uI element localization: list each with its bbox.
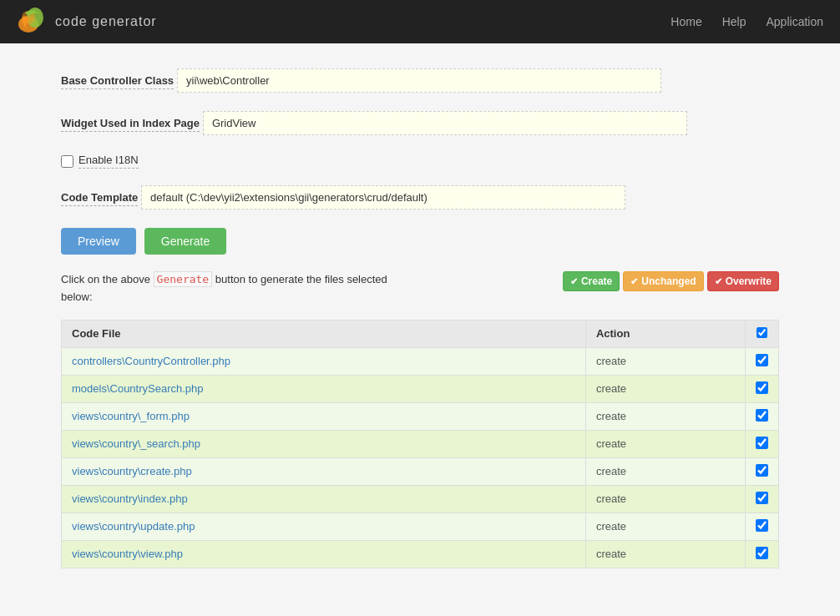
table-row: views\country\index.phpcreate bbox=[62, 485, 779, 512]
row-checkbox[interactable] bbox=[756, 464, 768, 477]
action-cell: create bbox=[585, 347, 745, 375]
generate-info-text: Click on the above Generate button to ge… bbox=[61, 271, 412, 306]
base-controller-label: Base Controller Class bbox=[61, 74, 174, 89]
generate-keyword: Generate bbox=[154, 271, 213, 287]
check-icon: ✔ bbox=[570, 276, 578, 287]
file-link[interactable]: models\CountrySearch.php bbox=[72, 382, 204, 395]
brand: code generator bbox=[17, 6, 157, 38]
file-link[interactable]: views\country\_search.php bbox=[72, 437, 200, 450]
action-cell: create bbox=[585, 402, 745, 430]
nav-links: Home Help Application bbox=[670, 15, 823, 28]
file-link[interactable]: views\country\_form.php bbox=[72, 410, 190, 422]
table-row: views\country\view.phpcreate bbox=[62, 540, 779, 568]
check-icon-overwrite: ✔ bbox=[715, 276, 722, 287]
files-table: Code File Action controllers\CountryCont… bbox=[61, 320, 779, 568]
badge-overwrite: ✔ Overwrite bbox=[707, 271, 779, 291]
yii-logo-icon bbox=[17, 6, 48, 38]
file-cell: views\country\_search.php bbox=[62, 430, 586, 457]
table-row: views\country\_form.phpcreate bbox=[62, 402, 779, 430]
code-template-group: Code Template bbox=[61, 185, 779, 211]
table-row: views\country\create.phpcreate bbox=[62, 457, 779, 485]
checkbox-cell bbox=[746, 430, 779, 457]
table-row: views\country\_search.phpcreate bbox=[62, 430, 779, 457]
base-controller-input[interactable] bbox=[177, 68, 661, 93]
action-cell: create bbox=[585, 430, 745, 457]
action-cell: create bbox=[585, 540, 745, 568]
i18n-group: Enable I18N bbox=[61, 154, 779, 169]
table-row: controllers\CountryController.phpcreate bbox=[62, 347, 779, 375]
legend-badges: ✔ Create ✔ Unchanged ✔ Overwrite bbox=[563, 271, 779, 291]
row-checkbox[interactable] bbox=[756, 409, 768, 422]
row-checkbox[interactable] bbox=[756, 381, 768, 394]
widget-label: Widget Used in Index Page bbox=[61, 117, 200, 132]
file-cell: views\country\create.php bbox=[62, 457, 586, 485]
code-template-input[interactable] bbox=[141, 185, 625, 210]
file-cell: views\country\update.php bbox=[62, 512, 586, 540]
widget-group: Widget Used in Index Page bbox=[61, 111, 779, 137]
i18n-checkbox[interactable] bbox=[61, 155, 73, 168]
nav-home[interactable]: Home bbox=[670, 15, 701, 28]
nav-application[interactable]: Application bbox=[767, 15, 824, 28]
checkbox-cell bbox=[746, 485, 779, 512]
file-link[interactable]: views\country\update.php bbox=[72, 520, 195, 533]
th-action: Action bbox=[585, 320, 745, 347]
brand-text: code generator bbox=[55, 14, 157, 29]
file-cell: views\country\view.php bbox=[62, 540, 586, 568]
checkbox-cell bbox=[746, 512, 779, 540]
checkbox-cell bbox=[746, 540, 779, 568]
file-link[interactable]: views\country\index.php bbox=[72, 492, 188, 505]
badge-overwrite-label: Overwrite bbox=[726, 275, 772, 287]
file-link[interactable]: views\country\create.php bbox=[72, 465, 192, 477]
file-cell: controllers\CountryController.php bbox=[62, 347, 586, 375]
base-controller-group: Base Controller Class bbox=[61, 68, 779, 94]
generate-info-row: Click on the above Generate button to ge… bbox=[61, 271, 779, 306]
action-cell: create bbox=[585, 375, 745, 402]
row-checkbox[interactable] bbox=[756, 547, 768, 559]
table-header-row: Code File Action bbox=[62, 320, 779, 347]
file-cell: models\CountrySearch.php bbox=[62, 375, 586, 402]
checkbox-cell bbox=[746, 347, 779, 375]
file-link[interactable]: controllers\CountryController.php bbox=[72, 355, 230, 367]
nav-help[interactable]: Help bbox=[722, 15, 746, 28]
preview-button[interactable]: Preview bbox=[61, 228, 136, 255]
action-cell: create bbox=[585, 512, 745, 540]
badge-create-label: Create bbox=[581, 275, 612, 287]
code-template-label: Code Template bbox=[61, 191, 138, 206]
row-checkbox[interactable] bbox=[756, 437, 768, 449]
checkbox-cell bbox=[746, 457, 779, 485]
file-link[interactable]: views\country\view.php bbox=[72, 548, 183, 560]
widget-input[interactable] bbox=[203, 111, 687, 135]
badge-unchanged: ✔ Unchanged bbox=[623, 271, 703, 291]
table-row: views\country\update.phpcreate bbox=[62, 512, 779, 540]
th-checkbox bbox=[746, 320, 779, 347]
action-cell: create bbox=[585, 457, 745, 485]
row-checkbox[interactable] bbox=[756, 519, 768, 532]
i18n-label: Enable I18N bbox=[78, 154, 139, 169]
info-part1: Click on the above bbox=[61, 273, 150, 285]
badge-create: ✔ Create bbox=[563, 271, 620, 291]
action-buttons: Preview Generate bbox=[61, 228, 779, 255]
row-checkbox[interactable] bbox=[756, 354, 768, 366]
checkbox-cell bbox=[746, 402, 779, 430]
file-cell: views\country\_form.php bbox=[62, 402, 586, 430]
select-all-checkbox[interactable] bbox=[757, 327, 767, 338]
navbar: code generator Home Help Application bbox=[0, 0, 840, 43]
checkbox-cell bbox=[746, 375, 779, 402]
badge-unchanged-label: Unchanged bbox=[641, 275, 696, 287]
file-cell: views\country\index.php bbox=[62, 485, 586, 512]
row-checkbox[interactable] bbox=[756, 492, 768, 504]
main-content: Base Controller Class Widget Used in Ind… bbox=[44, 43, 796, 593]
th-code-file: Code File bbox=[62, 320, 586, 347]
generate-button[interactable]: Generate bbox=[144, 228, 226, 255]
action-cell: create bbox=[585, 485, 745, 512]
check-icon-unchanged: ✔ bbox=[630, 276, 638, 287]
table-row: models\CountrySearch.phpcreate bbox=[62, 375, 779, 402]
